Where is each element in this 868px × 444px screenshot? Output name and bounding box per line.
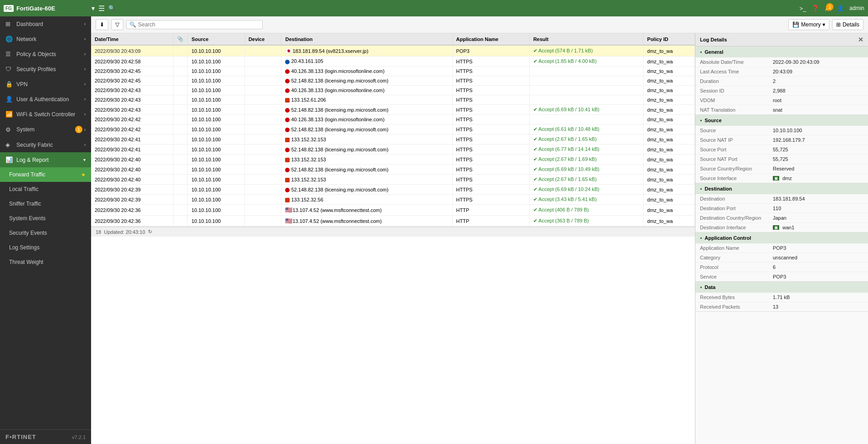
sidebar-item-vpn[interactable]: 🔒 VPN › [0,77,91,92]
col-attach: 📎 [174,33,188,45]
sidebar-item-label: System [16,126,35,133]
table-row[interactable]: 2022/09/30 20:42:43 10.10.10.100 52.148.… [91,105,695,115]
table-row[interactable]: 2022/09/30 20:42:58 10.10.10.100 20.43.1… [91,57,695,67]
cell-policy-id: dmz_to_wa [643,45,695,57]
help-icon[interactable]: ❓ [812,5,819,12]
sidebar-item-security-profiles[interactable]: 🛡 Security Profiles › [0,62,91,77]
table-row[interactable]: 2022/09/30 20:42:40 10.10.10.100 52.148.… [91,165,695,175]
sidebar-item-network[interactable]: 🌐 Network › [0,31,91,46]
refresh-icon[interactable]: ↻ [148,229,152,235]
cell-app-name: HTTP [452,216,529,227]
detail-row-src-interface: Source Interface ▣ dmz [695,174,868,183]
memory-label: Memory [801,21,821,28]
sidebar-item-threat-weight[interactable]: Threat Weight [0,255,91,269]
sidebar-item-wifi-switch[interactable]: 📶 WiFi & Switch Controller › [0,107,91,122]
detail-row-src-nat-ip: Source NAT IP 192.168.179.7 [695,135,868,145]
hamburger-icon[interactable]: ☰ [98,4,105,13]
security-fabric-icon: ◈ [5,141,13,148]
cell-device [245,145,281,155]
table-row[interactable]: 2022/09/30 20:42:45 10.10.10.100 40.126.… [91,67,695,76]
cell-datetime: 2022/09/30 20:43:09 [91,45,174,57]
sidebar-item-user-auth[interactable]: 👤 User & Authentication › [0,92,91,107]
cell-datetime: 2022/09/30 20:42:39 [91,195,174,205]
table-row[interactable]: 2022/09/30 20:42:40 10.10.10.100 133.152… [91,155,695,165]
app-section-header: ▪ Application Control [695,232,868,243]
detail-row-protocol: Protocol 6 [695,263,868,272]
table-row[interactable]: 2022/09/30 20:42:41 10.10.10.100 133.152… [91,134,695,145]
data-section-header: ▪ Data [695,282,868,293]
detail-value: root [773,98,781,103]
detail-value: 6 [773,264,776,270]
table-row[interactable]: 2022/09/30 20:42:42 10.10.10.100 52.148.… [91,124,695,134]
table-row[interactable]: 2022/09/30 20:42:43 10.10.10.100 133.152… [91,95,695,105]
star-icon[interactable]: ★ [81,172,86,178]
detail-label: Source NAT IP [700,137,773,143]
cell-attach [174,185,188,195]
sidebar-item-system[interactable]: ⚙ System 1 › [0,122,91,137]
sidebar-item-log-settings[interactable]: Log Settings [0,240,91,255]
table-row[interactable]: 2022/09/30 20:42:36 10.10.10.100 🇺🇸13.10… [91,205,695,216]
download-button[interactable]: ⬇ [96,19,108,30]
vpn-icon: 🔒 [5,81,13,88]
details-button[interactable]: ⊞ Details [832,19,863,30]
cell-device [245,205,281,216]
cell-attach [174,76,188,86]
details-pane-header: Log Details ✕ [695,33,868,46]
sidebar-item-sniffer-traffic[interactable]: Sniffer Traffic [0,196,91,211]
sidebar-item-log-report[interactable]: 📊 Log & Report ▾ [0,152,91,167]
notification-bell-icon[interactable]: 🔔1 [825,5,832,11]
table-row[interactable]: 2022/09/30 20:42:39 10.10.10.100 133.152… [91,195,695,205]
table-search-input[interactable] [138,21,260,28]
cell-result [529,67,643,76]
detail-row-category: Category unscanned [695,253,868,263]
brand-area[interactable]: FG FortiGate-60E ▾ [4,5,95,12]
table-row[interactable]: 2022/09/30 20:42:45 10.10.10.100 52.148.… [91,76,695,86]
cell-app-name: HTTPS [452,155,529,165]
cell-app-name: HTTPS [452,67,529,76]
filter-button[interactable]: ▽ [111,19,123,30]
data-section-title: Data [705,284,715,290]
security-profiles-icon: 🛡 [5,66,13,72]
table-row[interactable]: 2022/09/30 20:42:39 10.10.10.100 52.148.… [91,185,695,195]
sidebar-item-policy[interactable]: ☰ Policy & Objects › [0,46,91,62]
sidebar-item-security-fabric[interactable]: ◈ Security Fabric › [0,137,91,152]
table-row[interactable]: 2022/09/30 20:42:41 10.10.10.100 52.148.… [91,145,695,155]
table-row[interactable]: 2022/09/30 20:42:43 10.10.10.100 40.126.… [91,86,695,95]
fortinet-logo-icon: FG [4,5,14,12]
detail-row-src-nat-port: Source NAT Port 55,725 [695,155,868,164]
detail-value: 13 [773,304,778,310]
cell-destination: 52.148.82.138 (licensing.mp.microsoft.co… [281,76,452,86]
memory-button[interactable]: 💾 Memory ▾ [788,19,829,30]
col-destination: Destination [281,33,452,45]
table-row[interactable]: 2022/09/30 20:42:36 10.10.10.100 🇺🇸13.10… [91,216,695,227]
cell-datetime: 2022/09/30 20:42:39 [91,185,174,195]
table-row[interactable]: 2022/09/30 20:43:09 10.10.10.100 🇯🇵183.1… [91,45,695,57]
sidebar-submenu: Forward Traffic ★ Local Traffic Sniffer … [0,167,91,269]
terminal-icon[interactable]: >_ [799,5,806,12]
row-count: 18 [96,229,101,235]
sidebar-item-local-traffic[interactable]: Local Traffic [0,182,91,196]
admin-menu[interactable]: 👤 admin [837,5,864,11]
table-row[interactable]: 2022/09/30 20:42:42 10.10.10.100 40.126.… [91,115,695,124]
cell-source: 10.10.10.100 [188,76,245,86]
source-section-icon: ▪ [700,117,702,124]
sidebar-item-system-events[interactable]: System Events [0,211,91,226]
sidebar-item-forward-traffic[interactable]: Forward Traffic ★ [0,167,91,182]
sidebar-item-dashboard[interactable]: ⊞ Dashboard › [0,16,91,31]
sidebar-item-security-events[interactable]: Security Events [0,226,91,240]
table-row[interactable]: 2022/09/30 20:42:40 10.10.10.100 133.152… [91,175,695,185]
details-close-button[interactable]: ✕ [858,36,863,43]
cell-result: ✔ Accept (363 B / 789 B) [529,216,643,227]
cell-attach [174,57,188,67]
cell-device [245,195,281,205]
dashboard-icon: ⊞ [5,21,13,27]
details-pane-title: Log Details [700,37,727,42]
detail-value: Reserved [773,166,794,171]
system-icon: ⚙ [5,126,13,133]
cell-device [245,115,281,124]
cell-policy-id: dmz_to_wa [643,86,695,95]
cell-attach [174,105,188,115]
fortinet-branding: F▪RTINET v7.2.1 [5,434,86,440]
global-search-input[interactable] [117,3,208,13]
detail-value: 2,988 [773,88,786,93]
